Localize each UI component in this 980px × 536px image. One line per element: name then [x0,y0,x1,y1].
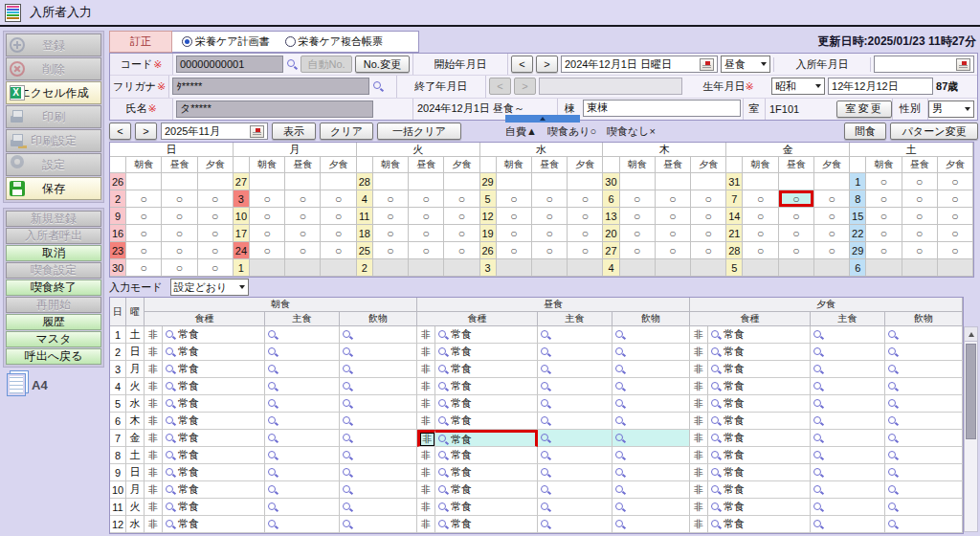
food-type-cell[interactable]: 常食 [435,481,538,499]
calendar-meal-cell[interactable]: ○ [444,242,479,259]
food-type-cell[interactable]: 常食 [163,447,265,464]
drink-cell[interactable] [885,413,963,430]
food-type-cell[interactable]: 常食 [163,464,265,481]
room-change-button[interactable]: 室変更 [836,100,892,118]
search-icon[interactable] [540,398,551,410]
search-icon[interactable] [710,329,722,341]
sidebar-button-history[interactable]: 履歴 [6,314,101,330]
search-icon[interactable] [165,484,176,496]
building-input[interactable]: 東棟 [583,100,741,117]
staple-food-cell[interactable] [538,344,612,361]
search-icon[interactable] [165,415,176,427]
search-icon[interactable] [710,364,722,375]
calendar-meal-cell[interactable]: ○ [691,242,726,259]
search-icon[interactable] [710,346,722,358]
hi-toggle-button[interactable]: 非 [417,413,435,430]
drink-cell[interactable] [885,516,963,533]
drink-cell[interactable] [612,499,690,516]
search-icon[interactable] [710,484,722,496]
staple-food-cell[interactable] [538,326,612,344]
calendar-meal-cell[interactable]: ○ [779,190,814,208]
search-icon[interactable] [165,346,176,358]
search-icon[interactable] [267,415,278,427]
search-icon[interactable] [710,519,722,530]
drink-cell[interactable] [340,464,417,481]
calendar-meal-cell[interactable]: ○ [938,173,973,190]
radio-care-plan[interactable]: 栄養ケア計画書 [182,34,270,49]
drink-cell[interactable] [612,326,690,344]
drink-cell[interactable] [612,361,690,378]
staple-food-cell[interactable] [265,464,340,481]
food-type-cell[interactable]: 常食 [435,447,538,464]
search-icon[interactable] [437,484,449,496]
calendar-meal-cell[interactable]: ○ [321,242,356,259]
calendar-meal-cell[interactable]: ○ [373,208,409,225]
calendar-meal-cell[interactable]: ○ [409,242,444,259]
search-icon[interactable] [614,364,626,375]
hi-toggle-button[interactable]: 非 [417,516,435,533]
food-type-cell[interactable]: 常食 [708,447,811,464]
staple-food-cell[interactable] [265,326,340,344]
search-icon[interactable] [540,484,551,496]
hi-toggle-button[interactable]: 非 [145,447,163,464]
calendar-meal-cell[interactable] [126,173,162,190]
search-icon[interactable] [813,450,824,461]
search-icon[interactable] [437,519,449,530]
hi-toggle-button[interactable]: 非 [417,447,435,464]
drink-cell[interactable] [885,481,963,499]
search-icon[interactable] [813,484,824,496]
search-icon[interactable] [267,433,278,444]
calendar-meal-cell[interactable]: ○ [321,208,356,225]
search-icon[interactable] [614,467,626,479]
drink-cell[interactable] [885,430,963,447]
search-icon[interactable] [342,484,353,496]
search-icon[interactable] [286,58,298,70]
calendar-meal-cell[interactable]: ○ [743,190,778,208]
calendar-meal-cell[interactable]: ○ [568,190,603,208]
hi-toggle-button[interactable]: 非 [145,344,163,361]
drink-cell[interactable] [340,378,417,395]
search-icon[interactable] [614,381,626,392]
calendar-meal-cell[interactable] [779,173,814,190]
search-icon[interactable] [437,398,449,410]
staple-food-cell[interactable] [538,413,612,430]
hi-toggle-button[interactable]: 非 [690,344,708,361]
calendar-meal-cell[interactable]: ○ [285,242,321,259]
calendar-meal-cell[interactable]: ○ [126,208,162,225]
calendar-meal-cell[interactable]: ○ [691,208,726,225]
staple-food-cell[interactable] [538,447,612,464]
hi-toggle-button[interactable]: 非 [417,430,435,447]
search-icon[interactable] [540,450,551,461]
sidebar-button-meal-end[interactable]: 喫食終了 [6,279,101,296]
gender-select[interactable]: 男 [928,100,974,118]
calendar-meal-cell[interactable]: ○ [938,208,973,225]
drink-cell[interactable] [340,481,417,499]
sidebar-button-cancel[interactable]: 取消 [6,245,101,261]
hi-toggle-button[interactable]: 非 [690,361,708,378]
calendar-meal-cell[interactable]: ○ [656,208,691,225]
calendar-icon[interactable] [956,58,970,71]
food-type-cell[interactable]: 常食 [163,395,265,413]
search-icon[interactable] [267,329,278,341]
staple-food-cell[interactable] [538,481,612,499]
calendar-meal-cell[interactable]: ○ [743,242,778,259]
search-icon[interactable] [437,467,449,479]
search-icon[interactable] [165,433,176,444]
search-icon[interactable] [165,381,176,392]
calendar-meal-cell[interactable]: ○ [162,225,197,242]
calendar-meal-cell[interactable]: ○ [250,242,285,259]
calendar-meal-cell[interactable] [656,173,691,190]
food-type-cell[interactable]: 常食 [435,395,538,413]
calendar-meal-cell[interactable]: ○ [126,242,162,259]
staple-food-cell[interactable] [538,464,612,481]
hi-toggle-button[interactable]: 非 [690,326,708,344]
drink-cell[interactable] [340,430,417,447]
hi-toggle-button[interactable]: 非 [690,430,708,447]
calendar-meal-cell[interactable] [691,173,726,190]
drink-cell[interactable] [612,516,690,533]
search-icon[interactable] [342,381,353,392]
calendar-meal-cell[interactable]: ○ [938,225,973,242]
calendar-meal-cell[interactable]: ○ [743,225,778,242]
calendar-meal-cell[interactable]: ○ [198,259,234,277]
search-icon[interactable] [710,502,722,513]
